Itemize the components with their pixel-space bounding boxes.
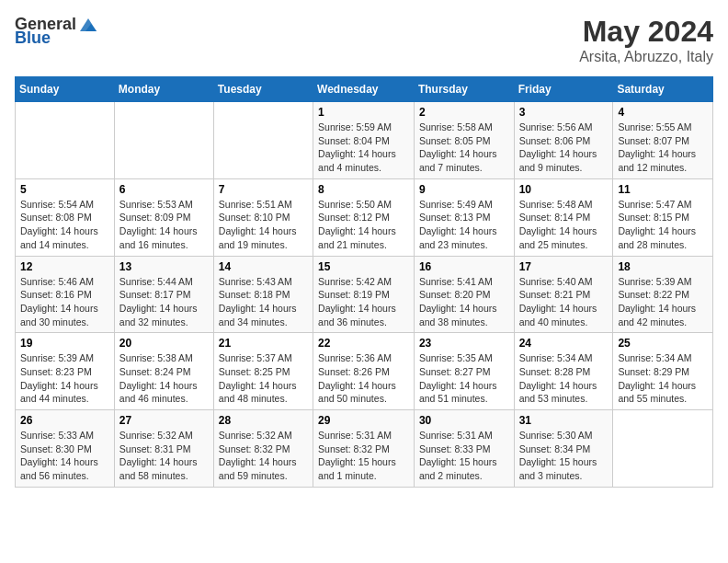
calendar-cell: 20Sunrise: 5:38 AMSunset: 8:24 PMDayligh… (114, 333, 213, 410)
title-block: May 2024 Arsita, Abruzzo, Italy (579, 15, 713, 65)
day-number: 23 (419, 337, 509, 350)
day-info: Sunrise: 5:36 AMSunset: 8:26 PMDaylight:… (318, 351, 409, 406)
day-info: Sunrise: 5:54 AMSunset: 8:08 PMDaylight:… (20, 198, 109, 252)
calendar-cell: 28Sunrise: 5:32 AMSunset: 8:32 PMDayligh… (213, 410, 313, 488)
calendar-cell: 29Sunrise: 5:31 AMSunset: 8:32 PMDayligh… (313, 410, 415, 488)
calendar-cell: 8Sunrise: 5:50 AMSunset: 8:12 PMDaylight… (313, 178, 415, 256)
page-header: General Blue May 2024 Arsita, Abruzzo, I… (15, 15, 713, 65)
weekday-header-cell: Saturday (613, 77, 713, 102)
weekday-header-cell: Sunday (16, 77, 115, 102)
day-number: 15 (318, 260, 409, 273)
day-info: Sunrise: 5:31 AMSunset: 8:32 PMDaylight:… (318, 429, 409, 483)
day-info: Sunrise: 5:56 AMSunset: 8:06 PMDaylight:… (519, 121, 609, 175)
day-info: Sunrise: 5:39 AMSunset: 8:22 PMDaylight:… (618, 275, 708, 329)
calendar-cell: 5Sunrise: 5:54 AMSunset: 8:08 PMDaylight… (16, 178, 115, 256)
weekday-header-cell: Tuesday (213, 77, 313, 102)
day-info: Sunrise: 5:47 AMSunset: 8:15 PMDaylight:… (618, 198, 708, 252)
day-info: Sunrise: 5:34 AMSunset: 8:28 PMDaylight:… (519, 351, 609, 406)
day-number: 25 (618, 337, 708, 350)
calendar-cell: 4Sunrise: 5:55 AMSunset: 8:07 PMDaylight… (613, 102, 713, 179)
day-number: 1 (318, 106, 409, 119)
calendar-week-row: 5Sunrise: 5:54 AMSunset: 8:08 PMDaylight… (16, 178, 713, 256)
day-info: Sunrise: 5:31 AMSunset: 8:33 PMDaylight:… (419, 429, 509, 483)
calendar-cell: 7Sunrise: 5:51 AMSunset: 8:10 PMDaylight… (213, 178, 313, 256)
calendar-cell: 6Sunrise: 5:53 AMSunset: 8:09 PMDaylight… (114, 178, 213, 256)
calendar-cell: 11Sunrise: 5:47 AMSunset: 8:15 PMDayligh… (613, 178, 713, 256)
calendar-cell: 27Sunrise: 5:32 AMSunset: 8:31 PMDayligh… (114, 410, 213, 488)
calendar-cell (16, 102, 115, 179)
day-number: 6 (119, 183, 209, 196)
calendar-cell: 3Sunrise: 5:56 AMSunset: 8:06 PMDaylight… (514, 102, 613, 179)
weekday-header-cell: Friday (514, 77, 613, 102)
calendar-cell: 21Sunrise: 5:37 AMSunset: 8:25 PMDayligh… (213, 333, 313, 410)
calendar-cell (114, 102, 213, 179)
day-info: Sunrise: 5:50 AMSunset: 8:12 PMDaylight:… (318, 198, 409, 252)
day-number: 21 (219, 337, 308, 350)
calendar-cell: 2Sunrise: 5:58 AMSunset: 8:05 PMDaylight… (414, 102, 514, 179)
day-info: Sunrise: 5:43 AMSunset: 8:18 PMDaylight:… (219, 275, 308, 329)
calendar-week-row: 19Sunrise: 5:39 AMSunset: 8:23 PMDayligh… (16, 333, 713, 410)
day-info: Sunrise: 5:33 AMSunset: 8:30 PMDaylight:… (20, 429, 109, 483)
day-info: Sunrise: 5:58 AMSunset: 8:05 PMDaylight:… (419, 121, 509, 175)
subtitle: Arsita, Abruzzo, Italy (579, 49, 713, 65)
day-info: Sunrise: 5:46 AMSunset: 8:16 PMDaylight:… (20, 275, 109, 329)
calendar-cell: 24Sunrise: 5:34 AMSunset: 8:28 PMDayligh… (514, 333, 613, 410)
day-number: 4 (618, 106, 708, 119)
day-number: 24 (519, 337, 609, 350)
calendar-cell: 12Sunrise: 5:46 AMSunset: 8:16 PMDayligh… (16, 256, 115, 333)
calendar-cell: 25Sunrise: 5:34 AMSunset: 8:29 PMDayligh… (613, 333, 713, 410)
weekday-header-cell: Thursday (414, 77, 514, 102)
day-info: Sunrise: 5:49 AMSunset: 8:13 PMDaylight:… (419, 198, 509, 252)
weekday-header-cell: Monday (114, 77, 213, 102)
day-info: Sunrise: 5:42 AMSunset: 8:19 PMDaylight:… (318, 275, 409, 329)
day-number: 27 (119, 414, 209, 427)
logo: General Blue (15, 15, 98, 48)
day-info: Sunrise: 5:39 AMSunset: 8:23 PMDaylight:… (20, 351, 109, 406)
calendar-week-row: 1Sunrise: 5:59 AMSunset: 8:04 PMDaylight… (16, 102, 713, 179)
day-number: 12 (20, 260, 109, 273)
calendar-cell: 22Sunrise: 5:36 AMSunset: 8:26 PMDayligh… (313, 333, 415, 410)
calendar-cell: 18Sunrise: 5:39 AMSunset: 8:22 PMDayligh… (613, 256, 713, 333)
calendar-cell (213, 102, 313, 179)
calendar-cell: 16Sunrise: 5:41 AMSunset: 8:20 PMDayligh… (414, 256, 514, 333)
calendar-cell: 13Sunrise: 5:44 AMSunset: 8:17 PMDayligh… (114, 256, 213, 333)
day-info: Sunrise: 5:55 AMSunset: 8:07 PMDaylight:… (618, 121, 708, 175)
calendar-cell: 10Sunrise: 5:48 AMSunset: 8:14 PMDayligh… (514, 178, 613, 256)
calendar-cell: 19Sunrise: 5:39 AMSunset: 8:23 PMDayligh… (16, 333, 115, 410)
day-number: 7 (219, 183, 308, 196)
day-number: 11 (618, 183, 708, 196)
calendar-week-row: 26Sunrise: 5:33 AMSunset: 8:30 PMDayligh… (16, 410, 713, 488)
day-info: Sunrise: 5:59 AMSunset: 8:04 PMDaylight:… (318, 121, 409, 175)
day-number: 19 (20, 337, 109, 350)
day-number: 22 (318, 337, 409, 350)
day-number: 17 (519, 260, 609, 273)
day-number: 26 (20, 414, 109, 427)
day-number: 10 (519, 183, 609, 196)
calendar-cell: 23Sunrise: 5:35 AMSunset: 8:27 PMDayligh… (414, 333, 514, 410)
day-number: 31 (519, 414, 609, 427)
day-number: 28 (219, 414, 308, 427)
calendar-cell: 30Sunrise: 5:31 AMSunset: 8:33 PMDayligh… (414, 410, 514, 488)
day-info: Sunrise: 5:34 AMSunset: 8:29 PMDaylight:… (618, 351, 708, 406)
calendar-cell (613, 410, 713, 488)
calendar-body: 1Sunrise: 5:59 AMSunset: 8:04 PMDaylight… (16, 102, 713, 488)
calendar-cell: 26Sunrise: 5:33 AMSunset: 8:30 PMDayligh… (16, 410, 115, 488)
day-number: 3 (519, 106, 609, 119)
day-number: 2 (419, 106, 509, 119)
day-info: Sunrise: 5:40 AMSunset: 8:21 PMDaylight:… (519, 275, 609, 329)
calendar-cell: 14Sunrise: 5:43 AMSunset: 8:18 PMDayligh… (213, 256, 313, 333)
day-info: Sunrise: 5:37 AMSunset: 8:25 PMDaylight:… (219, 351, 308, 406)
day-info: Sunrise: 5:41 AMSunset: 8:20 PMDaylight:… (419, 275, 509, 329)
day-info: Sunrise: 5:30 AMSunset: 8:34 PMDaylight:… (519, 429, 609, 483)
calendar-cell: 1Sunrise: 5:59 AMSunset: 8:04 PMDaylight… (313, 102, 415, 179)
calendar-header-row: SundayMondayTuesdayWednesdayThursdayFrid… (16, 77, 713, 102)
calendar-cell: 31Sunrise: 5:30 AMSunset: 8:34 PMDayligh… (514, 410, 613, 488)
day-number: 16 (419, 260, 509, 273)
day-info: Sunrise: 5:53 AMSunset: 8:09 PMDaylight:… (119, 198, 209, 252)
day-info: Sunrise: 5:32 AMSunset: 8:31 PMDaylight:… (119, 429, 209, 483)
day-info: Sunrise: 5:48 AMSunset: 8:14 PMDaylight:… (519, 198, 609, 252)
weekday-header-cell: Wednesday (313, 77, 415, 102)
day-number: 30 (419, 414, 509, 427)
day-number: 18 (618, 260, 708, 273)
day-number: 8 (318, 183, 409, 196)
